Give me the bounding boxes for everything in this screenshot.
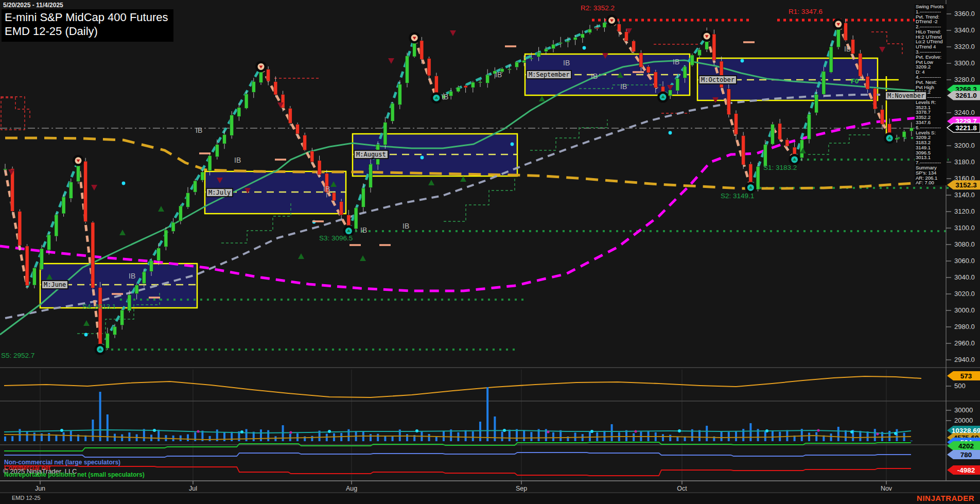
candle-body [603, 23, 606, 27]
volume-bar [559, 430, 562, 441]
volume-bar [486, 387, 488, 441]
candle-body [427, 59, 431, 76]
price-badge-value: 3152.3 [955, 181, 977, 189]
ib-label: IB [196, 126, 202, 134]
candle-body [11, 169, 14, 212]
month-range-label[interactable]: M:June [41, 280, 68, 289]
volume-bar [428, 434, 430, 441]
candle-body [756, 166, 760, 189]
price-tick-label: 3040.0 [954, 273, 975, 281]
volume-bar [603, 431, 605, 441]
ib-label: IB [495, 71, 502, 79]
volume-bar [501, 431, 503, 441]
candle-body [398, 84, 401, 105]
candle-body [471, 82, 475, 88]
volume-bar [267, 430, 269, 441]
candle-body [361, 188, 365, 207]
candle-body [464, 85, 467, 88]
panel3-cyan-dot [678, 429, 681, 432]
candle-body [84, 161, 87, 221]
candle-body [142, 272, 146, 284]
ninjatrader-logo: NINJATRADER [917, 494, 974, 502]
ib-label: IB [129, 272, 135, 280]
volume-bar [764, 431, 766, 441]
volume-bar [231, 432, 233, 441]
volume-bar [157, 430, 160, 441]
time-tick-label: Jul [189, 485, 197, 492]
panel3-magenta-dot [197, 430, 199, 432]
candle-body [909, 128, 913, 131]
candle-body [676, 78, 679, 91]
price-badge-value: -4982 [957, 466, 975, 474]
candle-body [654, 72, 657, 88]
candle-body [310, 151, 314, 162]
candle-body [873, 89, 877, 109]
candle-body [171, 222, 175, 231]
time-tick-label: Sep [516, 485, 527, 492]
chart-title: E-mini S&P MidCap 400 Futures EMD 12-25 … [2, 9, 173, 42]
candle-body [851, 40, 855, 54]
candle-body [537, 53, 540, 57]
candle-body [859, 54, 862, 76]
candle-body [530, 58, 533, 59]
price-tick-label: 2940.0 [954, 356, 975, 363]
candle-body [244, 94, 248, 108]
ib-label: IB [360, 226, 367, 234]
volume-bar [530, 432, 532, 441]
month-range-label[interactable]: M:September [526, 70, 572, 79]
candle-body [354, 207, 358, 229]
candle-body [164, 230, 168, 247]
price-tick-label: 3280.0 [954, 76, 975, 83]
date-range-label: 5/20/2025 - 11/4/2025 [3, 2, 63, 9]
instrument-tab[interactable]: EMD 12-25 [12, 495, 41, 501]
month-range-label[interactable]: M:November [885, 91, 927, 100]
candle-body [639, 53, 643, 67]
volume-bar [888, 431, 890, 441]
volume-bar [669, 435, 671, 441]
volume-bar [874, 429, 876, 441]
volume-bar [772, 430, 774, 441]
price-badge-value: 573 [960, 372, 972, 380]
candle-body [186, 193, 190, 207]
ib-label: IB [591, 72, 598, 80]
ib-label: IB [323, 185, 330, 193]
candle-body [47, 235, 51, 250]
candle-body [822, 72, 826, 94]
panel-tick-label: 500 [954, 382, 966, 390]
month-range-label[interactable]: M:October [698, 75, 737, 84]
candle-body [808, 114, 811, 139]
volume-bar [377, 434, 379, 441]
candle-body [895, 138, 899, 140]
candle-body [581, 34, 584, 38]
candle-body [62, 197, 65, 214]
chart-canvas[interactable]: IBIBIBIBIBIBIBIBIBIBIBIBIBF0R1: 3347.6R2… [0, 0, 980, 504]
volume-bar [99, 392, 101, 441]
candle-body [91, 222, 95, 288]
panel3-magenta-dot [547, 430, 549, 433]
candle-body [866, 76, 869, 89]
volume-bar [859, 431, 861, 441]
candle-body [778, 124, 782, 140]
candle-body [201, 172, 204, 180]
ib-label: IB [620, 82, 627, 91]
month-range-label[interactable]: M:August [354, 150, 389, 159]
panel3-cyan-dot [590, 430, 593, 433]
volume-bar [246, 429, 248, 441]
candle-body [303, 135, 307, 150]
candle-body [318, 161, 321, 175]
candle-body [646, 66, 650, 73]
candle-body [544, 49, 548, 51]
candle-body [267, 69, 270, 81]
resistance-label: R2: 3352.2 [581, 4, 615, 12]
volume-bar [121, 435, 123, 441]
panel3-magenta-dot [876, 432, 879, 435]
candle-body [669, 90, 672, 96]
candle-body [25, 246, 29, 286]
month-range-label[interactable]: M:July [206, 188, 233, 197]
candle-body [340, 202, 343, 215]
volume-bar [296, 433, 299, 441]
candle-body [274, 82, 277, 95]
support-label: S1: 3183.2 [763, 164, 797, 171]
resistance-label: R1: 3347.6 [789, 8, 822, 15]
time-tick-label: Jun [35, 485, 45, 492]
